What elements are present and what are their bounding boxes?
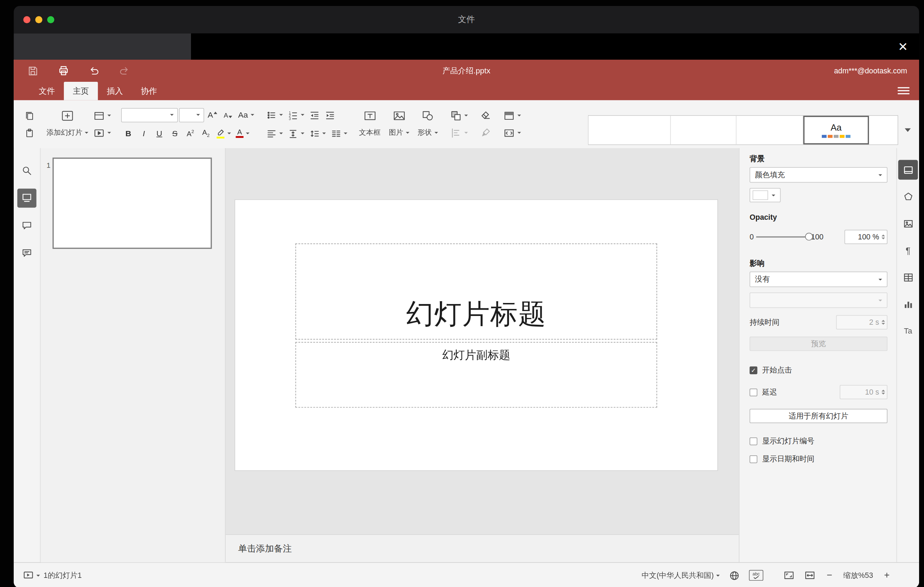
close-window-button[interactable] xyxy=(23,16,30,23)
slides-panel-button[interactable] xyxy=(17,188,36,208)
insert-textbox-button[interactable] xyxy=(361,108,379,123)
change-layout-button[interactable] xyxy=(91,108,113,123)
slide-size-button[interactable] xyxy=(501,125,522,140)
theme-thumbnail[interactable] xyxy=(588,116,671,145)
arrange-shapes-button[interactable] xyxy=(448,108,469,123)
font-size-select[interactable] xyxy=(179,108,204,122)
image-settings-tab[interactable] xyxy=(898,214,918,234)
delay-spinner[interactable] xyxy=(881,390,885,395)
align-shapes-button[interactable] xyxy=(448,125,469,140)
theme-thumbnail[interactable] xyxy=(869,116,898,145)
opacity-slider-knob[interactable] xyxy=(805,233,813,241)
language-select[interactable]: 中文(中华人民共和国) xyxy=(642,570,720,580)
tab-file[interactable]: 文件 xyxy=(30,82,64,101)
vertical-align-button[interactable] xyxy=(285,126,306,141)
change-case-button[interactable]: Aa xyxy=(236,107,256,122)
italic-button[interactable]: I xyxy=(137,126,151,141)
fit-width-button[interactable] xyxy=(804,570,816,581)
save-button[interactable] xyxy=(26,64,40,78)
zoom-in-button[interactable]: + xyxy=(882,570,892,581)
print-button[interactable] xyxy=(56,64,71,78)
opacity-spinner[interactable] xyxy=(881,234,885,239)
paste-button[interactable] xyxy=(22,125,36,140)
background-fill-select[interactable]: 颜色填充 xyxy=(749,167,888,183)
menu-icon[interactable] xyxy=(898,86,909,96)
numbering-button[interactable]: 123 xyxy=(285,107,306,122)
comments-panel-button[interactable] xyxy=(17,216,36,235)
zoom-window-button[interactable] xyxy=(47,16,54,23)
zoom-out-button[interactable]: − xyxy=(825,570,834,581)
insert-textbox-label-button[interactable]: 文本框 xyxy=(357,125,382,140)
theme-thumbnail[interactable] xyxy=(671,116,736,145)
show-slide-number-checkbox[interactable] xyxy=(749,437,757,445)
apply-to-all-slides-button[interactable]: 适用于所有幻灯片 xyxy=(749,409,888,424)
delay-input[interactable]: 10 s xyxy=(840,385,888,399)
redo-button[interactable] xyxy=(117,64,131,78)
strikethrough-button[interactable]: S xyxy=(168,126,182,141)
document-language-icon[interactable] xyxy=(729,570,740,581)
line-spacing-button[interactable] xyxy=(307,126,328,141)
search-panel-button[interactable] xyxy=(17,161,36,180)
bold-button[interactable]: B xyxy=(121,126,135,141)
close-icon[interactable]: ✕ xyxy=(895,39,911,54)
subtitle-placeholder[interactable]: 幻灯片副标题 xyxy=(295,342,657,407)
undo-button[interactable] xyxy=(87,64,101,78)
theme-gallery-expand-button[interactable] xyxy=(901,115,914,145)
duration-spinner[interactable] xyxy=(881,320,885,325)
opacity-input[interactable]: 100 % xyxy=(845,230,888,244)
increase-indent-button[interactable] xyxy=(323,107,337,122)
duration-input[interactable]: 2 s xyxy=(836,315,888,330)
bullets-button[interactable] xyxy=(264,107,284,122)
underline-button[interactable]: U xyxy=(152,126,167,141)
table-settings-tab[interactable] xyxy=(898,267,918,287)
opacity-slider[interactable] xyxy=(756,236,809,237)
fill-color-picker[interactable] xyxy=(749,188,780,203)
chart-settings-tab[interactable] xyxy=(898,294,918,314)
decrease-indent-button[interactable] xyxy=(307,107,322,122)
minimize-window-button[interactable] xyxy=(35,16,42,23)
add-slide-menu[interactable]: 添加幻灯片 xyxy=(45,125,90,140)
color-scheme-button[interactable] xyxy=(501,108,522,123)
columns-button[interactable] xyxy=(328,126,349,141)
textart-settings-tab[interactable]: Ta xyxy=(898,321,918,341)
highlight-color-button[interactable] xyxy=(214,126,233,141)
slide[interactable]: 幻灯片标题 幻灯片副标题 xyxy=(235,200,718,470)
notes-area[interactable]: 单击添加备注 xyxy=(226,534,739,562)
show-date-time-checkbox[interactable] xyxy=(749,455,757,463)
shape-settings-tab[interactable] xyxy=(898,187,918,206)
spellcheck-icon[interactable]: abc xyxy=(749,570,763,581)
tab-home[interactable]: 主页 xyxy=(64,82,98,101)
preview-button[interactable]: 预览 xyxy=(749,337,888,351)
insert-shape-menu[interactable]: 形状 xyxy=(416,125,439,140)
subscript-button[interactable]: A2 xyxy=(199,126,213,141)
copy-button[interactable] xyxy=(22,108,36,123)
font-name-select[interactable] xyxy=(121,108,178,122)
start-slideshow-button[interactable] xyxy=(91,125,113,140)
effect-option-select[interactable] xyxy=(749,292,888,308)
start-slideshow-statusbar-button[interactable] xyxy=(23,570,40,581)
horizontal-align-button[interactable] xyxy=(264,126,284,141)
title-placeholder[interactable]: 幻灯片标题 xyxy=(295,244,657,340)
tab-insert[interactable]: 插入 xyxy=(98,82,132,101)
copy-style-button[interactable] xyxy=(478,125,493,140)
superscript-button[interactable]: A2 xyxy=(183,126,198,141)
decrease-font-button[interactable]: A xyxy=(221,107,235,122)
chat-panel-button[interactable] xyxy=(17,244,36,262)
theme-thumbnail-selected[interactable]: Aa xyxy=(803,116,869,145)
delay-checkbox[interactable] xyxy=(749,388,757,396)
increase-font-button[interactable]: A xyxy=(205,107,220,122)
tab-collaboration[interactable]: 协作 xyxy=(132,82,166,101)
insert-image-button[interactable] xyxy=(390,108,408,123)
fit-slide-button[interactable] xyxy=(783,570,795,581)
add-slide-button[interactable] xyxy=(59,108,76,123)
font-color-button[interactable]: A xyxy=(234,126,251,141)
start-on-click-checkbox[interactable]: ✓ xyxy=(749,366,757,374)
paragraph-settings-tab[interactable]: ¶ xyxy=(898,241,918,260)
effect-select[interactable]: 没有 xyxy=(749,272,888,287)
clear-style-button[interactable] xyxy=(478,108,493,123)
slide-thumbnail-1[interactable] xyxy=(53,158,212,249)
slide-settings-tab[interactable] xyxy=(898,160,918,180)
slide-canvas[interactable]: 幻灯片标题 幻灯片副标题 xyxy=(226,148,739,534)
insert-shape-button[interactable] xyxy=(419,108,437,123)
theme-thumbnail[interactable] xyxy=(736,116,803,145)
